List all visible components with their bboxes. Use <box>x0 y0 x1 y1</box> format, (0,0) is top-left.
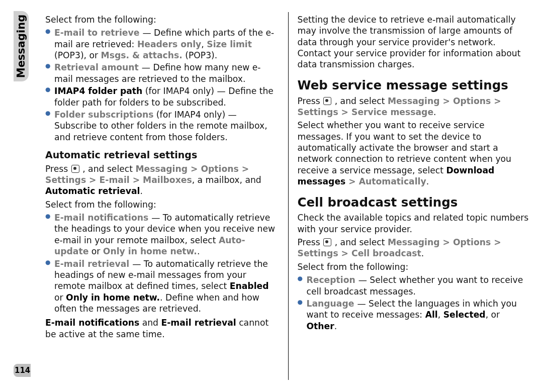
press-instruction-web: Press , and select Messaging > Options >… <box>298 95 531 118</box>
heading-automatic-retrieval: Automatic retrieval settings <box>45 149 279 161</box>
list-item: Folder subscriptions (for IMAP4 only) — … <box>54 109 279 143</box>
data-warning: Setting the device to retrieve e-mail au… <box>298 14 531 70</box>
press-instruction-cell: Press , and select Messaging > Options >… <box>298 237 531 259</box>
manual-page: Messaging 114 Select from the following:… <box>0 0 543 392</box>
column-right: Setting the device to retrieve e-mail au… <box>298 12 531 380</box>
select-intro: Select from the following: <box>45 199 279 210</box>
column-divider <box>288 12 289 380</box>
column-left: Select from the following: E-mail to ret… <box>45 12 279 380</box>
list-item: IMAP4 folder path (for IMAP4 only) — Def… <box>54 85 279 108</box>
auto-retrieval-list: E-mail notifications — To automatically … <box>45 212 279 314</box>
list-item: Reception — Select whether you want to r… <box>307 274 531 297</box>
content-columns: Select from the following: E-mail to ret… <box>45 12 531 380</box>
auto-retrieval-note: E-mail notifications and E-mail retrieva… <box>45 317 279 340</box>
section-tab: Messaging <box>14 11 29 81</box>
list-item: E-mail notifications — To automatically … <box>54 212 279 257</box>
cell-broadcast-list: Reception — Select whether you want to r… <box>298 274 531 332</box>
list-item: E-mail to retrieve — Define which parts … <box>54 27 279 61</box>
menu-key-icon <box>323 97 331 105</box>
select-intro: Select from the following: <box>298 261 531 272</box>
menu-key-icon <box>71 165 79 173</box>
retrieval-settings-list: E-mail to retrieve — Define which parts … <box>45 27 279 143</box>
select-intro: Select from the following: <box>45 14 279 25</box>
menu-key-icon <box>323 238 331 246</box>
section-tab-label: Messaging <box>15 15 27 78</box>
list-item: E-mail retrieval — To automatically retr… <box>54 258 279 315</box>
cell-check-note: Check the available topics and related t… <box>298 212 531 235</box>
page-number: 114 <box>14 364 31 377</box>
web-service-body: Select whether you want to receive servi… <box>298 120 531 187</box>
heading-cell-broadcast: Cell broadcast settings <box>298 194 531 211</box>
list-item: Retrieval amount — Define how many new e… <box>54 62 279 84</box>
list-item: Language — Select the languages in which… <box>307 298 531 332</box>
press-instruction-auto: Press , and select Messaging > Options >… <box>45 163 279 197</box>
heading-web-service: Web service message settings <box>298 77 531 93</box>
